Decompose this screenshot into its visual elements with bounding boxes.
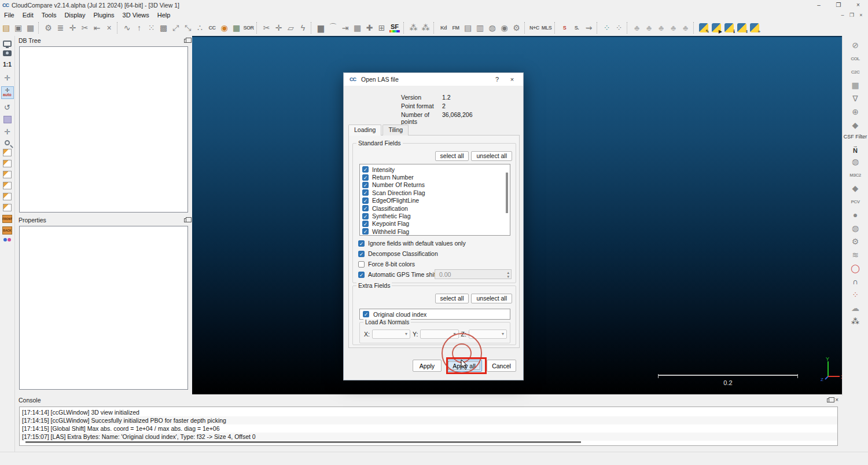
python-info-icon[interactable]: ℹ xyxy=(724,23,734,32)
view-bottom-icon[interactable] xyxy=(3,204,12,211)
segment-icon[interactable]: ✂ xyxy=(79,21,91,34)
extra-select-all-button[interactable]: select all xyxy=(435,294,469,303)
console-float-icon[interactable] xyxy=(827,398,832,402)
polyline-red-icon[interactable]: S xyxy=(558,21,571,34)
properties-panel[interactable] xyxy=(19,226,188,390)
save-all-icon[interactable]: ▦ xyxy=(24,21,36,34)
curve-fit-icon[interactable]: ⌒ xyxy=(327,21,339,34)
view-back-icon[interactable] xyxy=(3,193,12,200)
checkbox-row[interactable]: ✓Synthetic Flag xyxy=(361,212,509,219)
menu-3d-views[interactable]: 3D Views xyxy=(119,11,153,19)
checkbox-checked-icon[interactable]: ✓ xyxy=(362,174,369,181)
classify-shield-icon[interactable]: ◆ xyxy=(848,184,862,193)
gears-icon[interactable]: ⚙ xyxy=(848,237,862,246)
rgb-checker-icon[interactable]: ▦ xyxy=(230,21,242,34)
mdi-restore-button[interactable]: ❐ xyxy=(847,12,856,18)
checkbox-row[interactable]: ✓Intensity xyxy=(361,166,509,173)
point-picking-icon[interactable]: ✛ xyxy=(67,21,79,34)
checkbox-checked-icon[interactable]: ✓ xyxy=(358,240,365,247)
minimize-button[interactable]: – xyxy=(809,2,829,8)
checkbox-row[interactable]: ✓EdgeOfFlightLine xyxy=(361,197,509,204)
polyline-sample-icon[interactable]: S. xyxy=(571,21,583,34)
forest-tool-2-icon[interactable]: ♣ xyxy=(643,21,655,34)
open-file-icon[interactable]: ▤ xyxy=(0,21,12,34)
restore-button[interactable]: ❐ xyxy=(829,2,848,8)
level-icon[interactable]: ▱ xyxy=(285,21,297,34)
mdi-close-button[interactable]: × xyxy=(856,12,866,18)
camera-settings-icon[interactable] xyxy=(3,50,12,56)
menu-file[interactable]: File xyxy=(0,11,19,19)
dialog-title-bar[interactable]: CC Open LAS file ? × xyxy=(344,73,523,86)
normals-y-combo[interactable]: ▾ xyxy=(420,329,458,339)
match-scales-icon[interactable]: ⤢ xyxy=(170,21,182,34)
checkbox-row[interactable]: ✓Classification xyxy=(361,204,509,212)
zoom-1-1-icon[interactable]: 1:1 xyxy=(1,60,14,69)
scalar-field-icon[interactable]: SF xyxy=(388,24,402,32)
ransac-icon[interactable]: ◍ xyxy=(848,224,862,233)
db-tree-float-icon[interactable] xyxy=(184,39,189,43)
broom-icon[interactable]: ∇ xyxy=(848,94,862,103)
sf-calculator-icon[interactable]: ⊞ xyxy=(376,21,388,34)
view-top-icon[interactable] xyxy=(3,149,12,156)
align-points-icon[interactable]: ∴ xyxy=(194,21,206,34)
delete-icon[interactable]: × xyxy=(103,21,115,34)
seeds-icon[interactable]: ⁘ xyxy=(848,290,862,299)
zoom-view-icon[interactable] xyxy=(5,140,10,145)
layers-icon[interactable]: ≋ xyxy=(848,250,862,259)
checkbox-checked-icon[interactable]: ✓ xyxy=(362,213,369,219)
checkbox-row[interactable]: ✓Scan Direction Flag xyxy=(361,189,509,196)
pcv-icon[interactable]: PCV xyxy=(848,197,862,206)
kd-tree-icon[interactable]: Kd xyxy=(437,21,450,34)
shield-icon[interactable]: ◆ xyxy=(848,120,862,130)
checkbox-checked-icon[interactable]: ✓ xyxy=(362,197,369,204)
menu-help[interactable]: Help xyxy=(153,11,175,19)
checkbox-checked-icon[interactable]: ✓ xyxy=(362,228,369,235)
standard-fields-list[interactable]: ✓Intensity✓Return Number✓Number Of Retur… xyxy=(359,164,510,236)
interactive-transform-icon[interactable]: ✛ xyxy=(273,21,285,34)
classify-run-icon[interactable]: ⁘ xyxy=(613,21,625,34)
normals-n-icon[interactable]: →N xyxy=(853,144,858,153)
extra-field-item[interactable]: ✓ Original cloud index xyxy=(359,309,510,320)
sphere-icon[interactable]: ◍ xyxy=(486,21,498,34)
c2c-dist-icon[interactable]: C2C xyxy=(848,67,862,76)
close-button[interactable]: × xyxy=(848,2,868,8)
checkbox-row[interactable]: ✓Number Of Returns xyxy=(361,181,509,189)
density-bell-icon[interactable]: ◉ xyxy=(218,21,230,34)
checkbox-checked-icon[interactable]: ✓ xyxy=(358,251,365,257)
subsample-icon[interactable]: ⁙ xyxy=(145,21,157,34)
colorimetric-icon[interactable]: COL xyxy=(848,54,862,63)
view-front-icon[interactable] xyxy=(3,160,12,167)
globe-icon[interactable]: ◉ xyxy=(498,21,510,34)
dialog-help-button[interactable]: ? xyxy=(490,76,505,83)
translate-rotate-icon[interactable]: ⇤ xyxy=(91,21,103,34)
apply-all-button[interactable]: Apply all xyxy=(446,360,482,372)
compass-icon[interactable]: ⊕ xyxy=(848,107,862,116)
forest-icon[interactable]: ⁂ xyxy=(848,317,862,326)
stereo-mode-icon[interactable] xyxy=(3,238,11,241)
canupo-create-icon[interactable]: ⁂ xyxy=(407,21,420,34)
view-right-icon[interactable] xyxy=(3,182,12,189)
python-repl-icon[interactable]: » xyxy=(750,23,759,32)
spinner-arrows-icon[interactable]: ▴▾ xyxy=(507,270,509,279)
console-log[interactable]: [17:14:14] [ccGLWindow] 3D view initiali… xyxy=(19,407,838,446)
sor-filter-icon[interactable]: SOR xyxy=(242,21,255,34)
db-tree-panel[interactable] xyxy=(19,46,188,213)
apply-button[interactable]: Apply xyxy=(413,360,442,372)
python-pause-icon[interactable]: ‖ xyxy=(737,23,746,32)
checkbox-checked-icon[interactable]: ✓ xyxy=(362,221,369,227)
checkbox-checked-icon[interactable]: ✓ xyxy=(362,205,369,211)
noise-filter-nc-icon[interactable]: N+C xyxy=(528,21,540,34)
tab-loading[interactable]: Loading xyxy=(348,125,381,136)
normals-z-combo[interactable]: ▾ xyxy=(469,329,507,339)
curvature-icon[interactable]: ∿ xyxy=(121,21,133,34)
checkbox-row[interactable]: ✓Force 8-bit colors xyxy=(358,259,510,269)
forest-tool-4-icon[interactable]: ♣ xyxy=(667,21,679,34)
console-hscrollbar[interactable] xyxy=(25,441,581,443)
view-left-icon[interactable] xyxy=(3,171,12,178)
export-doc-icon[interactable]: ▤ xyxy=(462,21,474,34)
python-run-icon[interactable]: ▶ xyxy=(712,23,721,32)
gear-icon[interactable]: ⚙ xyxy=(510,21,523,34)
animation-icon[interactable]: ▦ xyxy=(848,80,862,90)
mls-smoothing-icon[interactable]: MLS xyxy=(540,21,553,34)
bubble-view-icon[interactable] xyxy=(3,116,12,123)
